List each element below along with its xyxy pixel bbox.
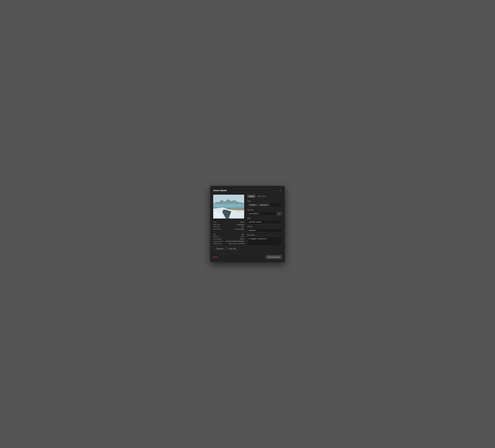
title-input[interactable] bbox=[247, 220, 282, 224]
svg-rect-5 bbox=[213, 204, 244, 206]
meta-row-exposure: Exposure time 1/0.0055248618784530384 bbox=[213, 240, 244, 243]
left-panel: Size 20 MB MIME type image/jpeg Extensio… bbox=[213, 195, 244, 250]
copy-url-button[interactable]: ⎘ Copy URL bbox=[226, 247, 238, 250]
filename-label: Filename bbox=[247, 209, 282, 211]
description-textarea[interactable]: © Hengki Koentjoro bbox=[247, 237, 282, 246]
meta-row-mime: MIME type image/jpeg bbox=[213, 223, 244, 226]
tags-field-group: Tags hokkaido × landscape × ⌄ bbox=[247, 200, 282, 207]
tags-dropdown-icon[interactable]: ⌄ bbox=[279, 204, 281, 206]
tab-details[interactable]: Details bbox=[247, 195, 256, 198]
image-preview bbox=[213, 195, 244, 218]
tags-list: hokkaido × landscape × bbox=[248, 204, 279, 206]
right-panel: Details References Tags hokkaido × lands… bbox=[247, 195, 282, 250]
download-button[interactable]: ↓ Download bbox=[213, 247, 225, 250]
action-buttons: ↓ Download ⎘ Copy URL bbox=[213, 247, 244, 250]
tag-chip-landscape: landscape × bbox=[259, 204, 269, 206]
save-close-button[interactable]: Save and close bbox=[266, 255, 282, 259]
meta-row-size: Size 20 MB bbox=[213, 221, 244, 223]
download-label: Download bbox=[216, 248, 223, 250]
metadata-section: Size 20 MB MIME type image/jpeg Extensio… bbox=[213, 221, 244, 230]
tag-value-landscape: landscape bbox=[260, 204, 267, 206]
camera-metadata-section: ISO 400 Aperture ƒ/5.6 Focal length 45mm… bbox=[213, 233, 244, 245]
meta-divider bbox=[213, 232, 244, 233]
filename-field-group: Filename jpg bbox=[247, 209, 282, 216]
tags-label: Tags bbox=[247, 200, 282, 202]
tab-references[interactable]: References bbox=[256, 195, 268, 198]
meta-row-aperture: Aperture ƒ/5.6 bbox=[213, 235, 244, 238]
filename-input[interactable] bbox=[247, 212, 276, 216]
close-button[interactable]: × bbox=[279, 189, 282, 192]
delete-button[interactable]: Delete bbox=[213, 256, 218, 258]
modal-footer: Delete Save and close bbox=[213, 253, 282, 259]
alt-text-input[interactable] bbox=[247, 228, 282, 232]
modal-header: Asset details × bbox=[213, 189, 282, 192]
tag-remove-hokkaido[interactable]: × bbox=[256, 204, 257, 206]
alt-text-label: Alt Text bbox=[247, 226, 282, 228]
meta-row-ext: Extension JPG bbox=[213, 226, 244, 228]
tag-remove-landscape[interactable]: × bbox=[268, 204, 268, 206]
modal-title: Asset details bbox=[213, 189, 227, 192]
asset-details-modal: Asset details × bbox=[210, 186, 285, 262]
meta-row-date: Original date Mar 8, 2018, 12:27 PM bbox=[213, 243, 244, 245]
download-icon: ↓ bbox=[215, 248, 216, 250]
meta-row-dims: Dimensions 8272x6200px bbox=[213, 228, 244, 230]
filename-ext-badge: jpg bbox=[276, 212, 282, 216]
svg-rect-9 bbox=[213, 211, 222, 218]
copy-url-label: Copy URL bbox=[229, 248, 236, 250]
meta-row-focal: Focal length 45mm bbox=[213, 238, 244, 240]
description-field-group: Description © Hengki Koentjoro bbox=[247, 234, 282, 246]
description-label: Description bbox=[247, 234, 282, 236]
title-label: Title bbox=[247, 217, 282, 219]
modal-body: Size 20 MB MIME type image/jpeg Extensio… bbox=[213, 195, 282, 250]
tags-input[interactable]: hokkaido × landscape × ⌄ bbox=[247, 203, 282, 207]
filename-row: jpg bbox=[247, 212, 282, 216]
tab-bar: Details References bbox=[247, 195, 282, 198]
alt-text-field-group: Alt Text bbox=[247, 226, 282, 232]
tag-value-hokkaido: hokkaido bbox=[249, 204, 256, 206]
title-field-group: Title bbox=[247, 217, 282, 224]
tag-chip-hokkaido: hokkaido × bbox=[248, 204, 258, 206]
meta-row-iso: ISO 400 bbox=[213, 233, 244, 235]
copy-icon: ⎘ bbox=[228, 248, 228, 250]
svg-rect-10 bbox=[233, 210, 244, 218]
